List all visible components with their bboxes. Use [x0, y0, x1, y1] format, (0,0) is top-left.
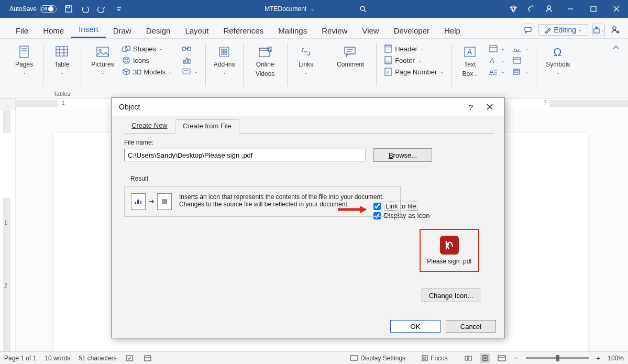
- focus-button[interactable]: Focus: [421, 355, 448, 362]
- tab-mailings[interactable]: Mailings: [271, 22, 314, 38]
- quick-parts-button[interactable]: ⌄: [487, 43, 507, 54]
- display-settings-button[interactable]: Display Settings: [350, 355, 405, 362]
- read-mode-icon[interactable]: [464, 354, 473, 363]
- spelling-icon[interactable]: [125, 354, 135, 363]
- accessibility-icon[interactable]: [143, 354, 152, 363]
- dialog-buttons: OK Cancel: [390, 320, 496, 333]
- maximize-button[interactable]: [582, 0, 605, 18]
- search-icon[interactable]: [358, 4, 368, 14]
- dialog-close-button[interactable]: [480, 100, 499, 114]
- svg-rect-32: [186, 58, 188, 63]
- wordart-button[interactable]: A⌄: [487, 54, 507, 66]
- tab-insert[interactable]: Insert: [71, 20, 106, 38]
- autosave-toggle[interactable]: AutoSave Off: [9, 5, 57, 13]
- addins-button[interactable]: Add-ins⌄: [211, 43, 238, 75]
- drop-cap-button[interactable]: A⌄: [487, 66, 507, 78]
- chart-button[interactable]: [180, 54, 200, 66]
- char-count[interactable]: 51 characters: [79, 355, 117, 362]
- redo-icon[interactable]: [97, 4, 107, 14]
- dialog-help-button[interactable]: ?: [461, 100, 480, 114]
- svg-text:#: #: [387, 70, 389, 75]
- autosave-switch[interactable]: Off: [40, 5, 57, 13]
- account-icon[interactable]: [609, 24, 622, 36]
- svg-text:Ω: Ω: [553, 46, 561, 58]
- page-indicator[interactable]: Page 1 of 1: [4, 355, 36, 362]
- change-icon-button[interactable]: Change Icon...: [422, 289, 480, 302]
- diamond-icon[interactable]: [509, 4, 518, 14]
- group-header-footer: Header⌄ Footer⌄ #Page Number⌄: [376, 41, 451, 98]
- svg-rect-47: [385, 45, 391, 47]
- result-box: Inserts an icon that represents the cont…: [124, 186, 401, 217]
- zoom-level[interactable]: 100%: [608, 355, 624, 362]
- tab-review[interactable]: Review: [314, 22, 355, 38]
- minimize-button[interactable]: [559, 0, 582, 18]
- svg-rect-75: [350, 356, 358, 360]
- tab-help[interactable]: Help: [437, 22, 468, 38]
- table-button[interactable]: Table⌄: [48, 43, 75, 75]
- svg-rect-43: [345, 47, 355, 54]
- svg-rect-34: [183, 69, 190, 74]
- ruler-vertical: 1 2: [0, 110, 16, 351]
- qat-dropdown-icon[interactable]: [114, 4, 124, 14]
- tab-developer[interactable]: Developer: [387, 22, 437, 38]
- text-box-button[interactable]: A Text Box⌄: [456, 43, 483, 98]
- cancel-button[interactable]: Cancel: [446, 320, 496, 333]
- close-button[interactable]: [605, 0, 628, 18]
- svg-point-3: [360, 6, 365, 10]
- date-icon: [512, 56, 522, 65]
- object-dialog: Object ? Create New Create from File Fil…: [111, 97, 505, 338]
- page-number-icon: #: [383, 67, 393, 76]
- tab-references[interactable]: References: [216, 22, 271, 38]
- file-name-field[interactable]: [124, 149, 366, 161]
- save-icon[interactable]: [64, 4, 73, 14]
- signature-line-button[interactable]: ⌄: [510, 43, 531, 54]
- touch-mode-icon[interactable]: [526, 4, 536, 14]
- tab-layout[interactable]: Layout: [178, 22, 216, 38]
- 3d-models-button[interactable]: 3D Models⌄: [119, 66, 174, 78]
- zoom-slider[interactable]: [526, 357, 589, 359]
- zoom-out-button[interactable]: −: [514, 354, 519, 363]
- word-count[interactable]: 10 words: [45, 355, 70, 362]
- svg-line-4: [364, 10, 366, 12]
- pictures-button[interactable]: Pictures⌄: [86, 43, 119, 98]
- svg-point-27: [125, 59, 126, 60]
- tab-design[interactable]: Design: [139, 22, 178, 38]
- editing-mode-button[interactable]: Editing ⌄: [538, 24, 588, 36]
- svg-rect-54: [490, 46, 497, 52]
- comment-button[interactable]: Comment: [330, 43, 371, 68]
- links-button[interactable]: Links⌄: [292, 43, 319, 75]
- web-layout-icon[interactable]: [497, 354, 506, 363]
- date-time-button[interactable]: [510, 54, 531, 66]
- page-number-button[interactable]: #Page Number⌄: [381, 66, 446, 78]
- svg-text:A: A: [489, 57, 494, 64]
- tab-home[interactable]: Home: [36, 22, 71, 38]
- pages-button[interactable]: Pages⌄: [10, 43, 38, 75]
- browse-button[interactable]: Browse...: [373, 148, 432, 162]
- ok-button[interactable]: OK: [390, 320, 440, 333]
- screenshot-button[interactable]: ⌄: [180, 66, 200, 78]
- file-name-label: File name:: [124, 139, 494, 146]
- smartart-button[interactable]: [180, 43, 200, 54]
- person-icon[interactable]: [544, 4, 554, 14]
- print-layout-icon[interactable]: [480, 354, 490, 363]
- header-button[interactable]: Header⌄: [381, 43, 446, 54]
- svg-rect-11: [594, 29, 599, 33]
- undo-icon[interactable]: [81, 4, 90, 14]
- comments-button[interactable]: [522, 24, 534, 36]
- object-button[interactable]: ⌄: [510, 66, 531, 78]
- tab-create-from-file[interactable]: Create from File: [175, 119, 239, 134]
- tab-view[interactable]: View: [355, 22, 386, 38]
- tab-draw[interactable]: Draw: [106, 22, 139, 38]
- footer-button[interactable]: Footer⌄: [381, 54, 446, 66]
- icons-button[interactable]: Icons: [119, 54, 174, 66]
- tab-file[interactable]: File: [8, 22, 36, 38]
- share-button[interactable]: ⌄: [592, 24, 605, 36]
- symbols-button[interactable]: Ω Symbols⌄: [541, 43, 575, 75]
- shapes-button[interactable]: Shapes⌄: [119, 43, 174, 54]
- svg-rect-25: [126, 46, 130, 50]
- tab-create-new[interactable]: Create New: [124, 119, 175, 134]
- ribbon-collapse-icon[interactable]: [612, 41, 623, 98]
- online-videos-button[interactable]: Online Videos: [248, 43, 282, 78]
- svg-point-23: [99, 49, 101, 51]
- zoom-in-button[interactable]: +: [596, 354, 600, 362]
